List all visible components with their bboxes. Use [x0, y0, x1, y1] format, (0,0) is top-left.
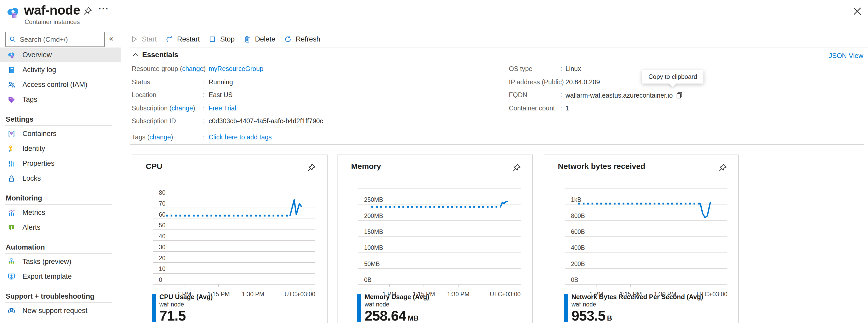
divider [130, 144, 864, 145]
svg-text:50MB: 50MB [364, 260, 380, 267]
chevron-up-icon [132, 51, 139, 58]
sidebar-collapse-icon[interactable]: « [109, 34, 114, 43]
container-instances-logo-icon [6, 5, 20, 20]
svg-text:200B: 200B [571, 260, 585, 267]
close-icon[interactable] [852, 6, 863, 17]
change-link[interactable]: change [182, 65, 204, 72]
tags-icon [7, 95, 16, 104]
subscription-link[interactable]: Free Trial [209, 104, 236, 112]
essentials-row-subscription: Subscription (change) : Free Trial [132, 104, 195, 114]
stop-button[interactable]: Stop [208, 35, 235, 43]
essentials-row-fqdn: FQDN : wallarm-waf.eastus.azurecontainer… [509, 91, 527, 101]
sidebar-item-export-template[interactable]: Export template [0, 269, 121, 284]
chart-legend: CPU Usage (Avg) waf-node 71.5 [152, 293, 213, 326]
svg-text:0: 0 [159, 276, 162, 283]
sidebar-item-locks[interactable]: Locks [0, 171, 121, 186]
legend-color-bar [152, 294, 156, 322]
pin-icon[interactable] [718, 163, 727, 172]
chart-title: CPU [146, 162, 162, 171]
export-template-icon [7, 273, 16, 281]
trash-icon [243, 35, 251, 43]
essentials-row-ip-address: IP address (Public) : 20.84.0.209 [509, 78, 564, 88]
properties-icon [7, 160, 16, 168]
cpu-chart[interactable]: 010203040506070801 PM1:15 PM1:30 PMUTC+0… [153, 188, 315, 300]
pin-icon[interactable] [307, 163, 316, 172]
essentials-row-resource-group: Resource group (change) : myResourceGrou… [132, 65, 206, 74]
play-icon [130, 35, 138, 43]
pin-icon[interactable] [83, 6, 92, 16]
json-view-link[interactable]: JSON View [829, 52, 863, 60]
svg-text:UTC+03:00: UTC+03:00 [490, 291, 521, 298]
azure-container-instance-overview: waf-node Container instances ··· « [0, 0, 868, 331]
resource-group-link[interactable]: myResourceGroup [209, 65, 264, 73]
sidebar-item-identity[interactable]: Identity [0, 141, 121, 156]
sidebar-item-access-control[interactable]: Access control (IAM) [0, 77, 121, 92]
search-icon [9, 35, 17, 43]
section-title: Settings [0, 112, 121, 125]
copy-icon[interactable] [675, 91, 684, 100]
refresh-icon [284, 35, 292, 43]
sidebar-search[interactable] [5, 32, 105, 47]
divider [5, 204, 112, 205]
sidebar-item-alerts[interactable]: Alerts [0, 220, 121, 235]
sidebar-item-tags[interactable]: Tags [0, 92, 121, 107]
svg-text:1kB: 1kB [571, 196, 581, 203]
location-value: East US [209, 91, 232, 99]
sidebar-item-tasks[interactable]: Tasks (preview) [0, 254, 121, 269]
network-chart[interactable]: 0B200B400B600B800B1kB1.2kB1 PM1:15 PM1:3… [565, 188, 727, 300]
chart-card-cpu: CPU 010203040506070801 PM1:15 PM1:30 PMU… [132, 155, 328, 323]
alerts-icon [7, 223, 16, 232]
svg-text:100MB: 100MB [364, 244, 383, 251]
search-input[interactable] [20, 35, 98, 44]
svg-text:200MB: 200MB [364, 213, 383, 219]
delete-button[interactable]: Delete [243, 35, 275, 43]
svg-text:UTC+03:00: UTC+03:00 [284, 291, 315, 298]
chart-title: Network bytes received [558, 162, 645, 171]
essentials-toggle[interactable]: Essentials [132, 51, 178, 59]
add-tags-link[interactable]: Click here to add tags [209, 133, 272, 141]
subscription-id-value: c0d303cb-4407-4a5f-aafe-b4d2f1ff790c [209, 117, 323, 125]
legend-color-bar [357, 294, 361, 322]
sidebar-item-properties[interactable]: Properties [0, 156, 121, 171]
svg-text:70: 70 [159, 200, 166, 207]
sidebar-section-settings: Settings Containers [0, 112, 121, 186]
sidebar-item-containers[interactable]: Containers [0, 126, 121, 141]
svg-text:20: 20 [159, 255, 166, 261]
more-options-icon[interactable]: ··· [99, 4, 109, 14]
essentials-row-subscription-id: Subscription ID : c0d303cb-4407-4a5f-aaf… [132, 117, 176, 127]
divider [5, 125, 112, 126]
start-button[interactable]: Start [130, 35, 157, 43]
restart-icon [165, 35, 174, 43]
svg-text:150MB: 150MB [364, 228, 383, 235]
divider [130, 48, 868, 48]
sidebar-item-overview[interactable]: Overview [0, 48, 121, 62]
section-title: Monitoring [0, 191, 121, 204]
identity-key-icon [7, 145, 16, 153]
refresh-button[interactable]: Refresh [284, 35, 320, 43]
page-subtitle: Container instances [25, 18, 80, 26]
svg-text:600B: 600B [571, 228, 585, 235]
essentials-row-status: Status : Running [132, 78, 150, 88]
essentials-row-container-count: Container count : 1 [509, 104, 555, 114]
pin-icon[interactable] [512, 163, 521, 172]
svg-text:0B: 0B [364, 276, 371, 283]
svg-text:1:30 PM: 1:30 PM [242, 291, 264, 298]
section-title: Support + troubleshooting [0, 289, 121, 302]
access-control-icon [7, 81, 16, 89]
section-title: Automation [0, 240, 121, 253]
svg-text:60: 60 [159, 211, 166, 218]
chart-legend: Memory Usage (Avg) waf-node 258.64MB [357, 293, 429, 326]
restart-button[interactable]: Restart [165, 35, 200, 43]
sidebar-item-metrics[interactable]: Metrics [0, 205, 121, 220]
change-link[interactable]: change [150, 133, 171, 141]
legend-value: 258.64MB [365, 308, 429, 326]
container-instances-icon [7, 51, 16, 59]
legend-value: 953.5B [571, 308, 703, 326]
tasks-icon [7, 258, 16, 266]
sidebar-item-new-support-request[interactable]: New support request [0, 303, 121, 318]
sidebar-item-activity-log[interactable]: Activity log [0, 62, 121, 77]
chart-title: Memory [351, 162, 381, 171]
essentials-row-tags: Tags (change) : Click here to add tags [132, 133, 173, 143]
memory-chart[interactable]: 0B50MB100MB150MB200MB250MB300MB1 PM1:15 … [359, 188, 521, 300]
change-link[interactable]: change [172, 104, 193, 112]
